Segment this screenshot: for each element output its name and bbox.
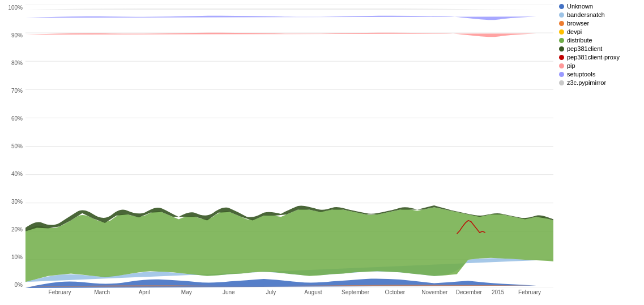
x-axis: February March April May June July Augus… xyxy=(25,289,553,305)
pep381client-dot xyxy=(559,46,564,51)
y-label-70: 70% xyxy=(0,88,25,94)
y-label-20: 20% xyxy=(0,226,25,233)
pip-dot xyxy=(559,63,564,68)
z3cpypimirror-label: z3c.pypimirror xyxy=(567,79,606,86)
legend-item-pep381client: pep381client xyxy=(559,45,644,52)
legend-item-unknown: Unknown xyxy=(559,3,644,10)
unknown-label: Unknown xyxy=(567,3,593,10)
distribute-dot xyxy=(559,38,564,43)
z3cpypimirror-area xyxy=(25,8,536,9)
pep381client-proxy-dot xyxy=(559,55,564,60)
y-label-10: 10% xyxy=(0,254,25,260)
x-label-jul2014: July xyxy=(266,289,276,295)
x-label-oct2014: October xyxy=(385,289,406,295)
legend-item-devpi: devpi xyxy=(559,28,644,35)
pip-area xyxy=(25,33,536,37)
legend-item-distribute: distribute xyxy=(559,37,644,44)
y-label-30: 30% xyxy=(0,199,25,205)
legend-item-z3cpypimirror: z3c.pypimirror xyxy=(559,79,644,86)
setuptools-dot xyxy=(559,72,564,77)
bandersnatch-dot xyxy=(559,12,564,18)
legend-item-setuptools: setuptools xyxy=(559,71,644,78)
x-label-feb2014: February xyxy=(49,289,71,295)
bandersnatch-label: bandersnatch xyxy=(567,11,605,18)
x-label-mar2014: March xyxy=(94,289,110,295)
setuptools-label: setuptools xyxy=(567,71,595,78)
legend-item-bandersnatch: bandersnatch xyxy=(559,11,644,18)
x-label-jun2014: June xyxy=(223,289,235,295)
x-label-dec2014: December xyxy=(456,289,482,295)
chart-container: 0% 10% 20% 30% 40% 50% 60% 70% 80% 90% 1… xyxy=(0,0,644,305)
x-label-2015: 2015 xyxy=(492,289,504,295)
pep381client-proxy-label: pep381client-proxy xyxy=(567,54,620,61)
y-label-90: 90% xyxy=(0,32,25,38)
y-label-80: 80% xyxy=(0,60,25,66)
y-label-0: 0% xyxy=(0,282,25,288)
devpi-dot xyxy=(559,29,564,35)
x-label-aug2014: August xyxy=(304,289,322,295)
x-label-may2014: May xyxy=(181,289,192,295)
pep381client-label: pep381client xyxy=(567,45,602,52)
y-label-60: 60% xyxy=(0,115,25,122)
y-label-40: 40% xyxy=(0,171,25,177)
chart-legend: Unknown bandersnatch browser devpi distr… xyxy=(559,3,644,86)
setuptools-area xyxy=(25,16,536,20)
legend-item-browser: browser xyxy=(559,20,644,27)
x-label-sep2014: September xyxy=(342,289,369,295)
y-label-50: 50% xyxy=(0,143,25,149)
devpi-label: devpi xyxy=(567,28,582,35)
legend-item-pep381client-proxy: pep381client-proxy xyxy=(559,54,644,61)
y-label-100: 100% xyxy=(0,5,25,11)
pip-label: pip xyxy=(567,62,575,69)
x-label-nov2014: November xyxy=(421,289,447,295)
browser-dot xyxy=(559,21,564,26)
browser-label: browser xyxy=(567,20,589,27)
y-axis: 0% 10% 20% 30% 40% 50% 60% 70% 80% 90% 1… xyxy=(0,5,25,288)
unknown-dot xyxy=(559,4,564,9)
z3cpypimirror-dot xyxy=(559,80,564,85)
area-chart xyxy=(25,5,553,288)
x-label-apr2014: April xyxy=(139,289,150,295)
legend-item-pip: pip xyxy=(559,62,644,69)
distribute-label: distribute xyxy=(567,37,592,44)
x-label-feb2015: February xyxy=(518,289,541,295)
